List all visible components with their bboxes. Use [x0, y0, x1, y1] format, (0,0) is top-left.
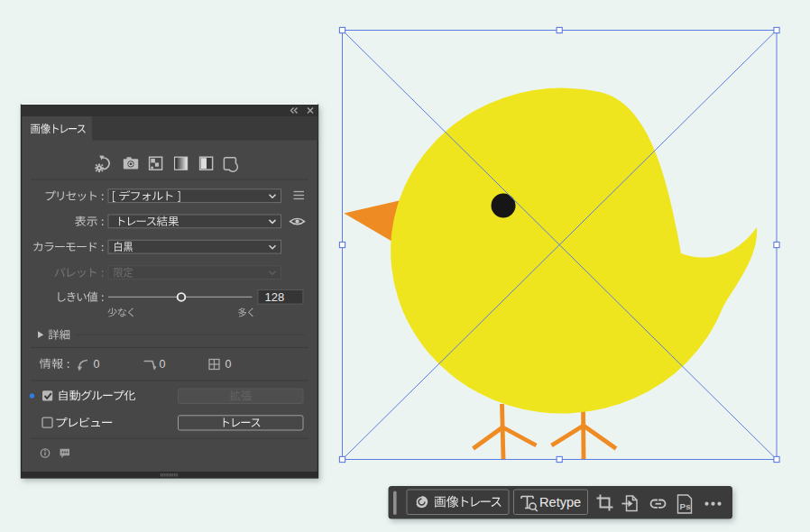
svg-text:Retype: Retype	[539, 495, 581, 509]
svg-text:0: 0	[94, 358, 100, 371]
svg-text:Ps: Ps	[680, 501, 692, 511]
svg-text:0: 0	[160, 358, 166, 371]
svg-text:0: 0	[226, 358, 232, 371]
svg-text:128: 128	[265, 290, 285, 304]
